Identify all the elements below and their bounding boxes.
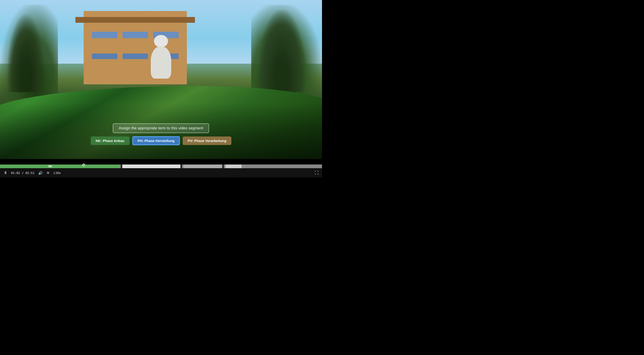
video-container: Assign the appropriate term to this vide… [0,0,322,178]
list-icon: ≡ [47,170,50,175]
prompt-text: Assign the appropriate term to this vide… [119,126,203,130]
playhead [82,164,85,166]
timeline-nk-label: NK [48,165,52,168]
btn-nk-phase-anbau[interactable]: NK: Phase Anbau [90,136,130,145]
btn-pv-phase-verarbeitung[interactable]: PV: Phase Verarbeitung [182,136,231,145]
window [92,32,117,38]
time-total: 02:51 [26,171,34,175]
timeline-segment-mid [122,164,180,168]
chapters-button[interactable]: ≡ [46,170,50,176]
speed-label: 1.00x [53,171,61,175]
fullscreen-icon: ⛶ [315,170,319,175]
window [122,32,148,38]
window [92,54,117,59]
timeline-segment-right1 [184,164,222,168]
prompt-box: Assign the appropriate term to this vide… [113,124,209,133]
figure [148,35,174,80]
figure-head [154,35,168,47]
timeline[interactable]: NK [0,164,322,168]
classification-buttons: NK: Phase Anbau PH: Phase Herstellung PV… [90,136,232,145]
timeline-segment-nk [0,164,119,168]
time-current: 01:02 [11,171,20,175]
pause-button[interactable]: ⏸ [3,170,8,175]
btn-ph-phase-herstellung[interactable]: PH: Phase Herstellung [132,136,180,145]
building-overhang [76,17,195,23]
controls-bar: ⏸ 01:02 / 02:51 🔊 ≡ 1.00x ⛶ [0,168,322,178]
timeline-gap-2 [180,164,182,168]
timeline-gap-3 [222,164,224,168]
fullscreen-button[interactable]: ⛶ [315,170,319,175]
pause-icon: ⏸ [4,171,7,175]
trees-right-2 [258,10,306,92]
timeline-gap-1 [121,164,122,168]
time-separator: / [22,171,26,175]
speed-button[interactable]: 1.00x [53,171,61,175]
volume-button[interactable]: 🔊 [38,170,43,176]
volume-icon: 🔊 [38,171,43,175]
prompt-overlay: Assign the appropriate term to this vide… [90,124,232,145]
figure-body [151,46,172,78]
time-display: 01:02 / 02:51 [11,171,34,175]
green-fabric [0,86,322,159]
trees-left-2 [6,13,45,92]
window [122,54,148,59]
timeline-segment-right2 [226,164,242,168]
